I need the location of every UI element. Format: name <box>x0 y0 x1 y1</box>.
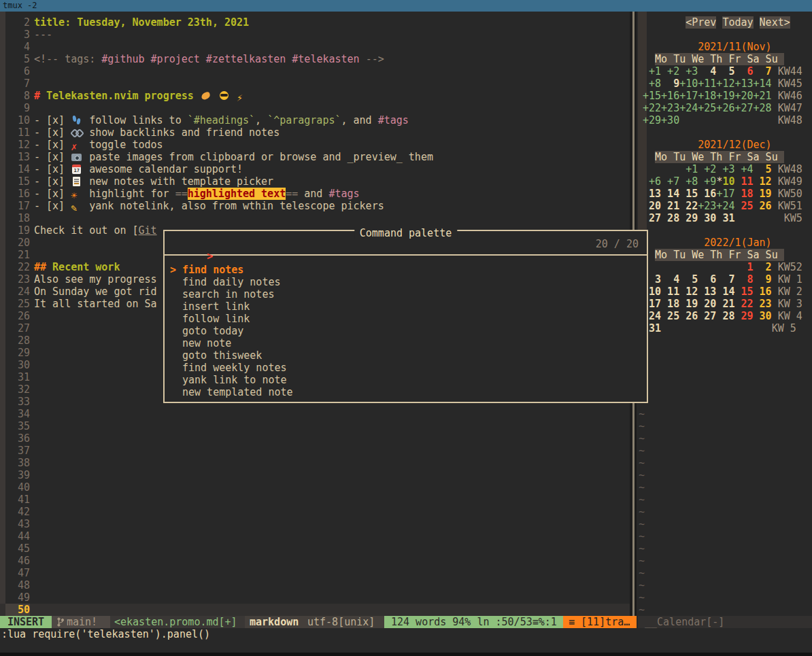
editor-line[interactable]: 48 <box>0 579 630 591</box>
palette-item-insert-link[interactable]: insert link <box>170 300 647 313</box>
run-sat[interactable]: 22 <box>734 298 753 310</box>
run-sat[interactable]: 15 <box>734 286 753 298</box>
run-day[interactable]: 4 5 <box>698 65 734 77</box>
run-sat[interactable]: 6 <box>734 65 753 77</box>
editor-line[interactable]: 50 <box>0 604 630 616</box>
palette-item-follow-link[interactable]: follow link <box>170 313 647 325</box>
command-line[interactable]: :lua require('telekasten').panel() <box>0 628 812 640</box>
palette-item-label: new templated note <box>182 386 293 398</box>
editor-line[interactable]: 5<!-- tags: #github #project #zettelkast… <box>0 53 630 65</box>
run-note[interactable]: +1 +2 +3 +4 <box>679 163 753 175</box>
editor-line[interactable]: 13- [x] paste images from clipboard or b… <box>0 151 630 163</box>
run-sun[interactable]: 26 <box>754 200 772 212</box>
run-sun[interactable]: 23 <box>754 298 772 310</box>
palette-item-goto-thisweek[interactable]: goto thisweek <box>170 349 647 362</box>
run-note[interactable]: +1 +2 +3 <box>643 65 698 77</box>
editor-line[interactable]: 9 <box>0 102 630 114</box>
run-sun[interactable]: 9 <box>754 273 772 286</box>
calendar-next-button[interactable]: Next> <box>760 16 790 29</box>
editor-line[interactable]: 11- [x] show backlinks and friend notes <box>0 126 630 139</box>
palette-item-new-note[interactable]: new note <box>170 337 647 349</box>
run-sat[interactable]: 8 <box>734 273 753 286</box>
run-sat[interactable]: 1 <box>734 261 753 273</box>
editor-line[interactable]: 38 <box>0 457 630 469</box>
run-sat[interactable]: 11 <box>734 175 753 188</box>
selection-caret-icon <box>170 313 182 325</box>
editor-line[interactable]: 34 <box>0 408 630 420</box>
statusline-filename[interactable]: <ekasten.promo.md[+] <box>110 616 245 628</box>
run-note[interactable]: +6 +7 +8 +9 <box>643 175 716 188</box>
run-day[interactable]: 13 14 15 16 <box>643 188 716 200</box>
editor-line[interactable]: 8# Telekasten.nvim progress <box>0 90 630 102</box>
editor-line[interactable]: 36 <box>0 432 630 445</box>
editor-line[interactable]: 47 <box>0 567 630 579</box>
run-text: Check it out on [ <box>34 224 139 237</box>
editor-line[interactable]: 10- [x] follow links to `#headings`, `^p… <box>0 114 630 126</box>
editor-line[interactable]: 49 <box>0 591 630 604</box>
footprints-icon <box>71 115 83 126</box>
run-note[interactable]: +15+16+17+18+19+20+21 <box>643 90 772 102</box>
palette-prompt-row[interactable]: > 20 / 20 <box>165 231 647 256</box>
run-note[interactable]: +17 <box>716 188 734 200</box>
editor-line[interactable]: 17- [x] yank notelink, also from wthin t… <box>0 200 630 212</box>
run-day[interactable]: 9 <box>661 77 679 90</box>
editor-line[interactable]: 12- [x] toggle todos <box>0 139 630 151</box>
editor-line[interactable]: 40 <box>0 481 630 494</box>
run-day[interactable]: 17 18 19 20 21 <box>643 298 734 310</box>
run-day[interactable]: 20 21 22 <box>643 200 698 212</box>
run-sun[interactable]: 2 <box>754 261 772 273</box>
editor-line[interactable]: 46 <box>0 555 630 567</box>
editor-line[interactable]: 42 <box>0 506 630 518</box>
run-sat[interactable]: 25 <box>734 200 753 212</box>
calendar-today-button[interactable]: Today <box>722 16 753 29</box>
editor-line[interactable]: 6 <box>0 65 630 77</box>
run-note[interactable]: +23+24 <box>698 200 734 212</box>
weekday-header: Mo Tu We Th Fr Sa Su <box>655 53 784 65</box>
run-sun[interactable]: 16 <box>754 286 772 298</box>
run-day[interactable]: 3 4 5 6 7 <box>643 273 734 286</box>
run-note[interactable]: +8 <box>643 77 661 90</box>
palette-item-find-daily-notes[interactable]: find daily notes <box>170 276 647 288</box>
run-note[interactable]: +29+30 <box>643 114 679 126</box>
run-sun[interactable]: 12 <box>754 175 772 188</box>
run-sat[interactable]: 29 <box>734 310 753 322</box>
editor-line[interactable]: 4 <box>0 41 630 53</box>
palette-item-goto-today[interactable]: goto today <box>170 325 647 337</box>
empty-line: ~ <box>643 604 812 616</box>
editor-line[interactable]: 7 <box>0 77 630 90</box>
palette-item-search-in-notes[interactable]: search in notes <box>170 288 647 300</box>
editor-line[interactable]: 39 <box>0 469 630 481</box>
calendar-pane[interactable]: <Prev Today Next> 2021/11(Nov) Mo Tu We … <box>637 12 812 616</box>
run-today[interactable]: 10 <box>722 175 734 188</box>
run-sun[interactable]: 5 <box>754 163 772 175</box>
statusline-buffers[interactable]: ≡ [11]tra… <box>563 616 637 628</box>
run-sat[interactable]: 18 <box>734 188 753 200</box>
editor-line[interactable]: 37 <box>0 445 630 457</box>
palette-item-find-weekly-notes[interactable]: find weekly notes <box>170 362 647 374</box>
run-day[interactable]: 27 28 29 30 31 <box>643 212 734 224</box>
editor-line[interactable]: 14- [x] awesome calendar support! <box>0 163 630 175</box>
editor-line[interactable]: 15- [x] new notes with template picker <box>0 175 630 188</box>
statusline-branch[interactable]: main! <box>52 616 110 628</box>
editor-line[interactable]: 35 <box>0 420 630 432</box>
editor-line[interactable]: 18 <box>0 212 630 224</box>
run-note[interactable]: +10+11+12+13+14 <box>679 77 771 90</box>
editor-line[interactable]: 43 <box>0 518 630 530</box>
run-day[interactable]: 10 11 12 13 14 <box>643 286 734 298</box>
run-sun[interactable]: 30 <box>754 310 772 322</box>
palette-item-yank-link-to-note[interactable]: yank link to note <box>170 374 647 386</box>
editor-line[interactable]: 16- [x] highlight for ==highlighted text… <box>0 188 630 200</box>
run-note[interactable]: +22+23+24+25+26+27+28 <box>643 102 772 114</box>
editor-line[interactable]: 44 <box>0 530 630 542</box>
editor-line[interactable]: 3--- <box>0 29 630 41</box>
run-sun[interactable]: 7 <box>754 65 772 77</box>
editor-line[interactable]: 2title: Tuesday, November 23th, 2021 <box>0 16 630 29</box>
calendar-prev-button[interactable]: <Prev <box>686 16 716 29</box>
palette-item-find-notes[interactable]: >find notes <box>170 264 647 276</box>
palette-item-new-templated-note[interactable]: new templated note <box>170 386 647 398</box>
editor-line[interactable]: 41 <box>0 494 630 506</box>
editor-line[interactable]: 45 <box>0 542 630 555</box>
run-sun[interactable]: 19 <box>754 188 772 200</box>
run-day[interactable]: 24 25 26 27 28 <box>643 310 734 322</box>
empty-line: ~ <box>643 542 812 555</box>
